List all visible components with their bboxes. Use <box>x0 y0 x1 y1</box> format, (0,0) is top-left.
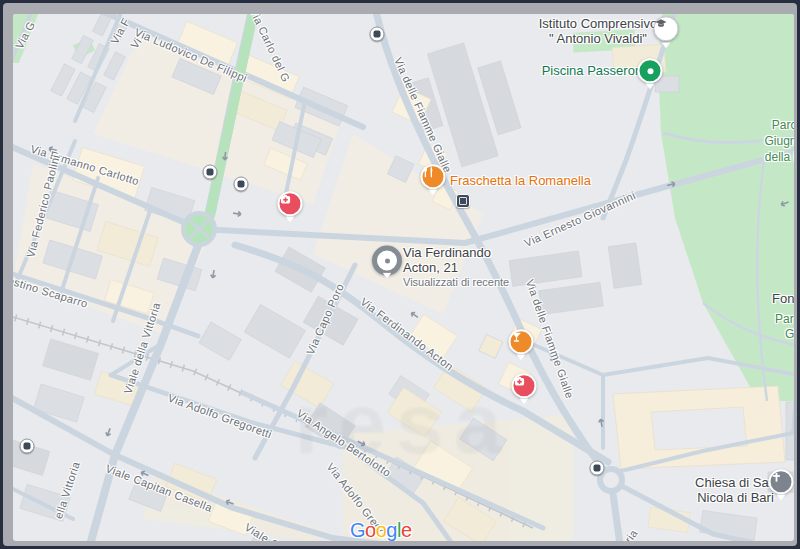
bar-marker[interactable] <box>509 329 534 354</box>
health-marker[interactable] <box>278 191 303 216</box>
google-logo-letter: e <box>401 519 412 541</box>
transit-stop-icon[interactable] <box>370 27 385 42</box>
poi-label-acton21[interactable]: Via Ferdinando Acton, 21 Visualizzati di… <box>403 245 509 290</box>
first-aid-icon <box>514 375 526 387</box>
poi-label-istituto[interactable]: Istituto Comprensivo " Antonio Vivaldi" <box>533 16 663 46</box>
poi-sublabel-recent: Visualizzati di recente <box>403 275 509 290</box>
map-canvas[interactable]: resa Via G Via F Vi Via Ludovico De Fili… <box>13 14 794 541</box>
recent-place-marker[interactable] <box>372 246 402 276</box>
poi-label-parco-giugno: Parco Giugno ( della Ma <box>745 117 794 165</box>
transit-stop-icon[interactable] <box>20 439 35 454</box>
transit-stop-icon[interactable] <box>203 165 218 180</box>
fork-knife-icon <box>423 166 435 178</box>
school-marker[interactable] <box>654 16 679 41</box>
health-marker[interactable] <box>512 373 537 398</box>
poi-label-parco-edge-2: G <box>785 326 794 342</box>
graduation-cap-icon <box>655 17 668 30</box>
google-logo-letter: o <box>365 519 376 541</box>
google-logo-letter: G <box>350 519 365 541</box>
google-logo[interactable]: Google <box>350 519 412 541</box>
cocktail-icon <box>511 331 523 343</box>
poi-label-fraschetta[interactable]: Fraschetta la Romanella <box>450 173 591 188</box>
cross-icon <box>771 471 783 483</box>
poi-label-piscina[interactable]: Piscina Passeroni <box>542 63 645 78</box>
pool-marker[interactable] <box>638 58 663 83</box>
church-marker[interactable] <box>769 469 794 494</box>
restaurant-marker[interactable] <box>421 164 446 189</box>
poi-label-fontana[interactable]: Fon <box>772 291 794 306</box>
google-logo-letter: o <box>376 519 387 541</box>
google-logo-letter: g <box>386 519 397 541</box>
first-aid-icon <box>280 193 292 205</box>
transit-stop-icon[interactable] <box>234 177 249 192</box>
transit-stop-icon[interactable] <box>590 461 605 476</box>
window-frame: resa Via G Via F Vi Via Ludovico De Fili… <box>3 3 797 546</box>
transit-stop-icon[interactable] <box>456 194 470 208</box>
poi-label-parco-edge-1: Par <box>775 311 794 327</box>
